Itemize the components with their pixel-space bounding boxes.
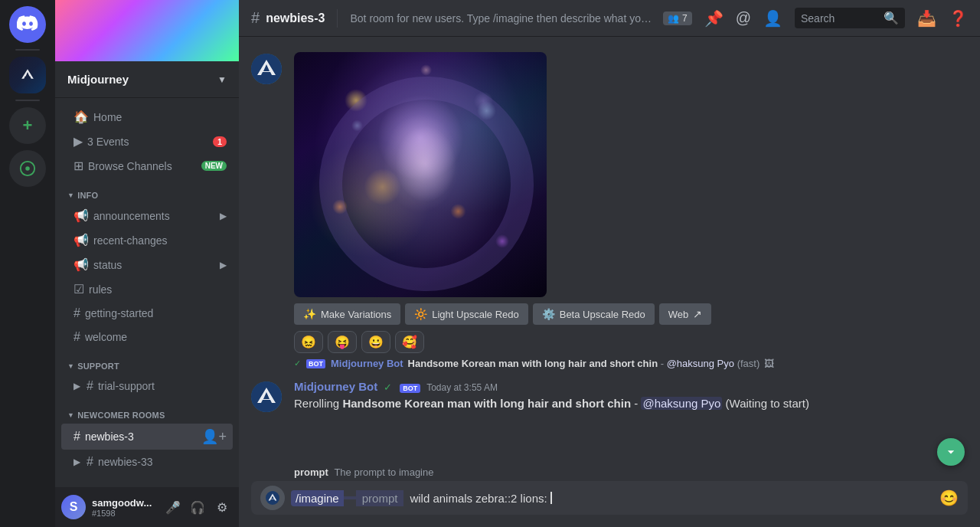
member-count-badge: 👥 7 (663, 11, 692, 25)
members-icon[interactable]: 👤 (763, 9, 782, 28)
category-newcomer-rooms[interactable]: ▼ NEWCOMER ROOMS (55, 398, 239, 423)
generated-image[interactable] (294, 52, 547, 297)
messages-area: ✨ Make Variations 🔆 Light Upscale Redo ⚙… (239, 37, 980, 463)
megaphone-icon-3: 📢 (74, 257, 89, 272)
events-icon: ▶ (74, 134, 83, 149)
reaction-happy[interactable]: 😀 (361, 331, 390, 353)
add-server-icon[interactable]: + (9, 107, 46, 144)
channel-rules[interactable]: ☑ rules (61, 277, 233, 301)
channel-getting-started[interactable]: # getting-started (61, 302, 233, 325)
deafen-button[interactable]: 🎧 (187, 496, 208, 518)
server-name: Midjourney (67, 73, 129, 86)
browse-icon: ⊞ (74, 159, 83, 173)
expand-arrow-3: ▶ (74, 381, 80, 391)
channel-trial-support[interactable]: ▶ # trial-support (61, 375, 233, 398)
verified-icon: ✓ (384, 381, 392, 393)
reaction-love[interactable]: 🥰 (395, 331, 424, 353)
channel-list: 🏠 Home ▶ 3 Events 1 ⊞ Browse Channels NE… (55, 98, 239, 487)
channel-newbies-3[interactable]: # newbies-3 👤+ (61, 424, 233, 450)
mention-icon[interactable]: @ (736, 9, 751, 27)
text-cursor (550, 492, 552, 504)
emoji-button[interactable]: 😊 (939, 489, 959, 507)
message-content-2: Midjourney Bot ✓ BOT Today at 3:55 AM Re… (294, 380, 968, 412)
search-box[interactable]: Search 🔍 (795, 8, 905, 28)
bot-name-inline[interactable]: Midjourney Bot (331, 358, 403, 369)
category-support[interactable]: ▼ SUPPORT (55, 349, 239, 374)
inbox-icon[interactable]: 📥 (917, 9, 936, 28)
hash-icon-5: # (87, 455, 93, 469)
message-author-2[interactable]: Midjourney Bot (294, 380, 377, 393)
variations-icon: ✨ (303, 308, 316, 320)
sidebar-item-browse-channels[interactable]: ⊞ Browse Channels NEW (61, 154, 233, 178)
reaction-tired[interactable]: 😖 (294, 331, 323, 353)
make-variations-button[interactable]: ✨ Make Variations (294, 303, 400, 325)
check-icon: ☑ (74, 282, 84, 296)
server-header-arrow-icon: ▼ (217, 74, 227, 85)
svg-point-1 (25, 166, 30, 171)
browse-channels-badge: NEW (201, 161, 227, 171)
channel-recent-changes[interactable]: 📢 recent-changes (61, 228, 233, 252)
home-icon: 🏠 (74, 110, 89, 124)
expand-arrow-4: ▶ (74, 457, 80, 467)
channel-status[interactable]: 📢 status ▶ (61, 253, 233, 277)
user-avatar[interactable]: S (61, 495, 86, 519)
megaphone-icon: 📢 (74, 208, 89, 223)
notification-pin-icon[interactable]: 📌 (704, 9, 724, 28)
channel-header-name: newbies-3 (266, 11, 325, 25)
reaction-silly[interactable]: 😝 (328, 331, 357, 353)
user-input-avatar (260, 486, 285, 510)
prompt-hint: prompt The prompt to imagine (239, 463, 980, 481)
mention-2[interactable]: @haksung Pyo (641, 397, 722, 410)
user-info: samgoodw... #1598 (92, 497, 156, 518)
beta-upscale-icon: ⚙️ (542, 308, 555, 320)
message-input-box: /imagine prompt wild animals zebra::2 li… (251, 481, 968, 515)
server-bar: + (0, 0, 55, 527)
svg-point-4 (266, 491, 279, 505)
prompt-hint-text: The prompt to imagine (334, 466, 433, 478)
main-content: # newbies-3 Bot room for new users. Type… (239, 0, 980, 527)
channel-announcements[interactable]: 📢 announcements ▶ (61, 204, 233, 227)
explore-icon[interactable] (9, 150, 46, 187)
hash-icon: # (74, 306, 80, 320)
user-tag: #1598 (92, 509, 156, 518)
mute-button[interactable]: 🎤 (162, 496, 184, 518)
midjourney-server-icon[interactable] (9, 57, 46, 93)
user-area: S samgoodw... #1598 🎤 🎧 ⚙ (55, 487, 239, 527)
beta-upscale-redo-button[interactable]: ⚙️ Beta Upscale Redo (533, 303, 655, 325)
add-member-icon[interactable]: 👤+ (201, 428, 227, 445)
discord-home-icon[interactable] (9, 6, 46, 43)
light-upscale-redo-button[interactable]: 🔆 Light Upscale Redo (405, 303, 528, 325)
input-actions: 😊 (939, 489, 959, 507)
verified-checkmark: ✓ (294, 358, 301, 368)
channel-welcome[interactable]: # welcome (61, 326, 233, 349)
bot-avatar-1 (251, 54, 282, 84)
sidebar-item-home[interactable]: 🏠 Home (61, 105, 233, 129)
channel-hash-icon: # (251, 9, 260, 27)
channel-topic[interactable]: Bot room for new users. Type /imagine th… (350, 12, 657, 25)
users-icon: 👥 (668, 13, 679, 24)
message-content-1: ✨ Make Variations 🔆 Light Upscale Redo ⚙… (294, 52, 968, 353)
channel-sidebar: Midjourney ▼ 🏠 Home ▶ 3 Events 1 ⊞ Brows… (55, 0, 239, 527)
user-name: samgoodw... (92, 497, 156, 509)
channel-newbies-33[interactable]: ▶ # newbies-33 (61, 450, 233, 473)
prompt-label-input (344, 496, 356, 499)
channel-header: # newbies-3 Bot room for new users. Type… (239, 0, 980, 37)
slash-command: /imagine prompt wild animals zebra::2 li… (291, 490, 552, 506)
category-info[interactable]: ▼ INFO (55, 178, 239, 203)
scroll-to-bottom-button[interactable] (937, 438, 965, 466)
server-header[interactable]: Midjourney ▼ (55, 61, 239, 98)
settings-button[interactable]: ⚙ (211, 496, 233, 518)
sidebar-item-events[interactable]: ▶ 3 Events 1 (61, 129, 233, 153)
message-header-2: Midjourney Bot ✓ BOT Today at 3:55 AM (294, 380, 968, 393)
light-upscale-icon: 🔆 (414, 308, 427, 320)
external-link-icon: ↗ (693, 308, 702, 320)
help-icon[interactable]: ❓ (949, 9, 968, 28)
message-group-2: Midjourney Bot ✓ BOT Today at 3:55 AM Re… (239, 377, 980, 415)
search-icon: 🔍 (884, 11, 899, 25)
image-icon: 🖼 (764, 358, 774, 369)
svg-point-3 (251, 381, 282, 412)
bot-avatar-2 (251, 381, 282, 412)
server-divider (15, 49, 40, 51)
expand-arrow: ▶ (220, 211, 227, 221)
web-button[interactable]: Web ↗ (659, 303, 712, 325)
